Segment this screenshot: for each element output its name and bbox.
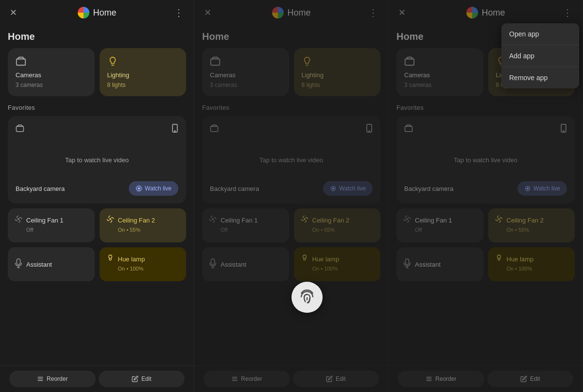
svg-point-23 (304, 219, 305, 220)
cameras-card-3[interactable]: Cameras 3 cameras (396, 48, 483, 96)
svg-point-7 (18, 219, 19, 220)
svg-point-8 (109, 219, 111, 220)
watch-live-label-3: Watch live (533, 185, 560, 192)
svg-rect-16 (211, 59, 220, 65)
fan2-card-3[interactable]: Ceiling Fan 2 On • 55% (488, 208, 575, 242)
camera-phone-icon-2 (366, 124, 373, 135)
cameras-name-3: Cameras (404, 71, 476, 79)
camera-name-1: Backyard camera (16, 185, 65, 192)
ceiling-fan-1-card-2[interactable]: Ceiling Fan 1 Off (202, 208, 289, 242)
edit-label-3: Edit (530, 375, 540, 382)
svg-rect-31 (405, 59, 414, 65)
fingerprint-fab[interactable] (292, 282, 323, 313)
fan1-name-2: Ceiling Fan 1 (221, 217, 258, 224)
watch-live-label-2: Watch live (339, 185, 366, 192)
assistant-card-2[interactable]: Assistant (202, 247, 289, 281)
edit-btn-3[interactable]: Edit (487, 371, 574, 387)
camera-card-3-bottom: Backyard camera Watch live (404, 181, 567, 196)
panel-2-dots-menu[interactable]: ⋮ (366, 5, 380, 20)
lighting-card[interactable]: Lighting 8 lights (100, 48, 187, 96)
svg-rect-32 (405, 126, 412, 132)
panel-2-footer: Reorder Edit (194, 365, 388, 392)
lighting-icon-2 (302, 56, 373, 68)
ceiling-fan-1-icon (15, 215, 22, 225)
svg-rect-0 (17, 59, 25, 65)
hue-lamp-1-icon (106, 254, 114, 264)
ceiling-fan-1-card[interactable]: Ceiling Fan 1 Off (8, 208, 95, 242)
svg-point-37 (407, 219, 408, 220)
reorder-label-2: Reorder (241, 375, 262, 382)
fan1-name-3: Ceiling Fan 1 (415, 217, 452, 224)
assistant-name-2: Assistant (221, 261, 246, 268)
camera-card-2-bottom: Backyard camera Watch live (210, 181, 373, 196)
hue-top-3: Hue lamp (495, 254, 568, 264)
lighting-card-2[interactable]: Lighting 8 lights (294, 48, 381, 96)
device-grid-1: Ceiling Fan 1 Off Ceiling Fan 2 On • 55% (8, 208, 186, 242)
panel-2-close-btn[interactable]: ✕ (202, 5, 213, 20)
assistant-icon-3 (403, 258, 411, 271)
panel-2-category-grid: Cameras 3 cameras Lighting 8 lights (202, 48, 380, 96)
cameras-card[interactable]: Cameras 3 cameras (8, 48, 95, 96)
panel-3-dots-menu[interactable]: ⋮ (561, 5, 575, 20)
cameras-sub: 3 cameras (16, 82, 87, 88)
ceiling-fan-2-status: On • 55% (118, 227, 180, 233)
camera-card-2[interactable]: Tap to watch live video Backyard camera … (202, 116, 380, 204)
hue-lamp-card-1[interactable]: Hue lamp On • 100% (100, 247, 187, 281)
camera-card-3[interactable]: Tap to watch live video Backyard camera … (396, 116, 575, 204)
camera-phone-icon-3 (560, 124, 567, 135)
assistant-card-3[interactable]: Assistant (396, 247, 483, 281)
fan2-name-3: Ceiling Fan 2 (507, 217, 544, 224)
hue-lamp-1-status: On • 100% (118, 266, 180, 272)
lighting-sub: 8 lights (107, 82, 179, 88)
reorder-btn-3[interactable]: Reorder (398, 371, 484, 387)
camera-card-1[interactable]: Tap to watch live video Backyard camera … (8, 116, 186, 204)
edit-btn-2[interactable]: Edit (293, 371, 379, 387)
panel-1-dots-menu[interactable]: ⋮ (172, 5, 186, 20)
edit-btn-1[interactable]: Edit (99, 371, 185, 387)
fan1-card-3[interactable]: Ceiling Fan 1 Off (396, 208, 483, 242)
watch-live-btn-2[interactable]: Watch live (323, 181, 373, 196)
panel-2-section-title: Home (202, 31, 380, 42)
ceiling-fan-2-card-2[interactable]: Ceiling Fan 2 On • 55% (294, 208, 381, 242)
camera-small-icon-3 (404, 124, 413, 135)
camera-small-icon-1 (16, 124, 24, 135)
watch-live-btn-1[interactable]: Watch live (129, 181, 178, 196)
hue-lamp-card-2[interactable]: Hue lamp On • 100% (294, 247, 381, 281)
ceiling-fan-2-card[interactable]: Ceiling Fan 2 On • 55% (100, 208, 187, 242)
edit-label-2: Edit (336, 375, 346, 382)
panel-1-close-btn[interactable]: ✕ (8, 5, 19, 20)
fingerprint-icon (298, 289, 316, 306)
reorder-btn-2[interactable]: Reorder (204, 371, 290, 387)
google-home-icon-2 (272, 7, 283, 18)
assistant-icon-1 (15, 258, 22, 271)
favorites-label-2: Favorites (202, 104, 380, 111)
camera-center-text-3: Tap to watch live video (454, 156, 517, 164)
ceiling-fan-2-icon (106, 215, 114, 225)
context-menu-add-app[interactable]: Add app (501, 45, 579, 67)
cameras-card-2[interactable]: Cameras 3 cameras (202, 48, 289, 96)
camera-card-2-top (210, 124, 373, 135)
watch-live-btn-3[interactable]: Watch live (517, 181, 567, 196)
assistant-card-1[interactable]: Assistant (8, 247, 95, 281)
fan2-icon-3 (495, 215, 503, 225)
reorder-btn-1[interactable]: Reorder (9, 371, 96, 387)
camera-small-icon-2 (210, 124, 219, 135)
panel-3-footer: Reorder Edit (389, 365, 583, 392)
svg-point-27 (303, 255, 306, 258)
hue-lamp-1-name: Hue lamp (118, 256, 145, 263)
context-menu-open-app[interactable]: Open app (501, 23, 579, 45)
panel-3-close-btn[interactable]: ✕ (396, 5, 408, 20)
panel-3-header-center: Home (466, 7, 505, 18)
hue-lamp-card-3[interactable]: Hue lamp On • 100% (488, 247, 575, 281)
svg-rect-1 (17, 126, 24, 132)
ceiling-fan-2-name: Ceiling Fan 2 (118, 217, 155, 224)
panel-2-header: ✕ Home ⋮ (194, 0, 388, 25)
assistant-icon-2 (209, 258, 217, 271)
panel-2-header-center: Home (272, 7, 310, 18)
fan1-icon-3 (403, 215, 411, 225)
context-menu-remove-app[interactable]: Remove app (501, 67, 579, 88)
panel-1-footer: Reorder Edit (0, 365, 194, 392)
hue-icon-2 (301, 254, 309, 264)
svg-point-4 (138, 187, 140, 190)
assistant-name-1: Assistant (26, 261, 52, 268)
